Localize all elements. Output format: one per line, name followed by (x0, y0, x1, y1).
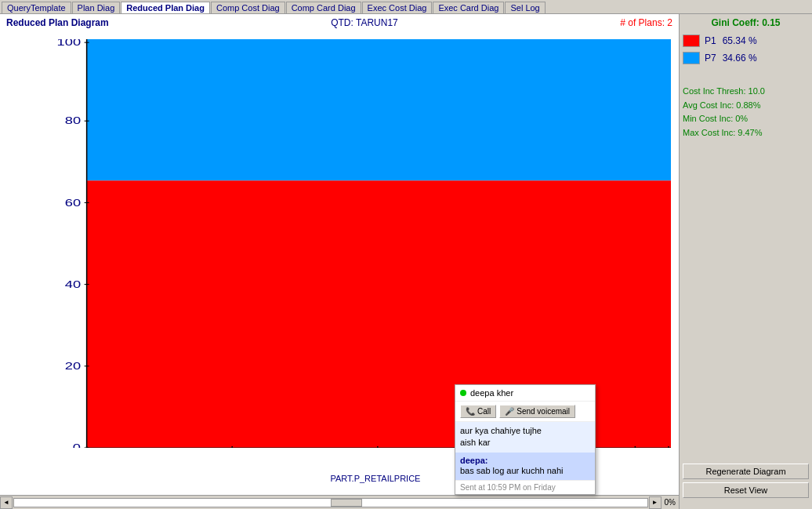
chat-voicemail-button[interactable]: 🎤 Send voicemail (499, 405, 575, 418)
p1-label: P1 (705, 35, 716, 46)
voicemail-label: Send voicemail (517, 407, 570, 416)
regenerate-diagram-button[interactable]: Regenerate Diagram (683, 464, 809, 479)
p1-pct: 65.34 % (723, 35, 757, 46)
p7-pct: 34.66 % (723, 53, 757, 64)
svg-text:80: 80 (65, 115, 82, 126)
scroll-percent: 0% (662, 498, 679, 507)
scroll-track[interactable] (13, 498, 648, 507)
scrollbar-row: ◄ ► 0% (0, 495, 679, 509)
right-panel: Gini Coeff: 0.15 P1 65.34 % P7 34.66 % C… (679, 14, 812, 509)
call-label: Call (477, 407, 491, 416)
svg-text:0: 0 (73, 442, 82, 448)
svg-text:100: 100 (57, 39, 82, 48)
svg-text:40: 40 (65, 279, 82, 290)
tab-query-template[interactable]: QueryTemplate (2, 2, 71, 13)
chat-message-2: bas sab log aur kuchh nahi (460, 465, 590, 477)
svg-rect-1 (87, 39, 671, 180)
reset-view-button[interactable]: Reset View (683, 482, 809, 498)
voicemail-icon: 🎤 (505, 407, 514, 416)
tab-comp-cost-diag[interactable]: Comp Cost Diag (211, 2, 285, 13)
plans-count: # of Plans: 2 (620, 17, 672, 28)
legend-item-p7: P7 34.66 % (683, 52, 809, 64)
stats-box: Cost Inc Thresh: 10.0 Avg Cost Inc: 0.88… (683, 85, 809, 140)
tab-exec-card-diag[interactable]: Exec Card Diag (433, 2, 504, 13)
chat-contact-name: deepa kher (470, 388, 513, 398)
chat-sender-2: deepa: (460, 456, 488, 465)
tab-plan-diag[interactable]: Plan Diag (72, 2, 121, 13)
x-axis-label: PART.P_RETAILPRICE (331, 474, 421, 483)
chat-timestamp: Sent at 10:59 PM on Friday (455, 480, 595, 494)
avg-cost-inc: Avg Cost Inc: 0.88% (683, 99, 809, 113)
qtd-label: QTD: TARUN17 (331, 17, 398, 28)
scroll-right-button[interactable]: ► (649, 496, 662, 509)
header-row: Reduced Plan Diagram QTD: TARUN17 # of P… (0, 14, 679, 31)
scroll-left-button[interactable]: ◄ (0, 496, 13, 509)
chat-deepa-area: deepa: bas sab log aur kuchh nahi (455, 453, 595, 480)
tab-bar: QueryTemplate Plan Diag Reduced Plan Dia… (0, 0, 812, 14)
tab-reduced-plan-diag[interactable]: Reduced Plan Diag (121, 2, 210, 13)
page-title: Reduced Plan Diagram (6, 17, 109, 28)
p7-color-swatch (683, 52, 700, 64)
svg-text:20: 20 (65, 361, 82, 372)
chat-header: deepa kher (455, 385, 595, 402)
phone-icon: 📞 (466, 407, 475, 416)
gini-coefficient: Gini Coeff: 0.15 (683, 17, 809, 28)
chat-message-1: aur kya chahiye tujhe aish kar (460, 425, 590, 449)
max-cost-inc: Max Cost Inc: 9.47% (683, 126, 809, 140)
legend-item-p1: P1 65.34 % (683, 35, 809, 47)
main-content: Reduced Plan Diagram QTD: TARUN17 # of P… (0, 14, 812, 509)
p7-label: P7 (705, 53, 716, 64)
p1-color-swatch (683, 35, 700, 47)
min-cost-inc: Min Cost Inc: 0% (683, 112, 809, 126)
buttons-box: Regenerate Diagram Reset View (683, 464, 809, 498)
cost-inc-thresh: Cost Inc Thresh: 10.0 (683, 85, 809, 99)
tab-sel-log[interactable]: Sel Log (505, 2, 545, 13)
chat-status-dot (460, 390, 466, 396)
chat-call-button[interactable]: 📞 Call (460, 405, 496, 418)
tab-exec-cost-diag[interactable]: Exec Cost Diag (362, 2, 433, 13)
scroll-thumb[interactable] (331, 499, 362, 507)
chat-actions: 📞 Call 🎤 Send voicemail (455, 402, 595, 422)
chat-message-area: aur kya chahiye tujhe aish kar (455, 422, 595, 453)
chat-popup: deepa kher 📞 Call 🎤 Send voicemail aur k… (455, 384, 596, 495)
tab-comp-card-diag[interactable]: Comp Card Diag (286, 2, 361, 13)
svg-text:60: 60 (65, 197, 82, 208)
